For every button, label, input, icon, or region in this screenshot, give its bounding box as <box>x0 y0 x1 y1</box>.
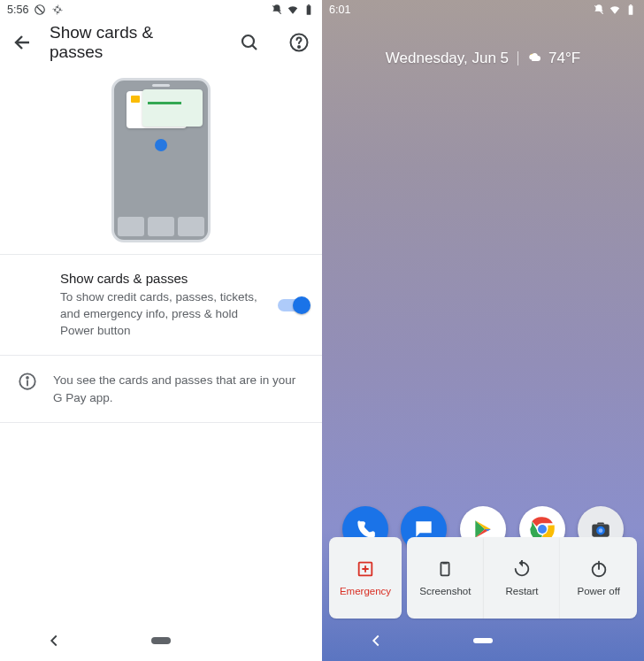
nav-recent[interactable] <box>258 631 278 650</box>
screenshot-icon <box>435 559 455 579</box>
poweroff-button[interactable]: Power off <box>560 537 637 619</box>
battery-icon <box>303 4 315 16</box>
toggle-title: Show cards & passes <box>60 271 304 286</box>
at-a-glance[interactable]: Wednesday, Jun 5 74°F <box>322 50 644 67</box>
mute-icon <box>271 4 283 16</box>
info-text: You see the cards and passes that are in… <box>53 372 304 405</box>
nav-home[interactable] <box>151 631 171 650</box>
do-not-disturb-icon <box>34 4 46 16</box>
info-icon <box>18 372 37 391</box>
svg-point-13 <box>538 525 547 534</box>
svg-rect-18 <box>441 563 449 576</box>
pinwheel-icon <box>51 4 64 16</box>
nav-home[interactable] <box>473 631 493 650</box>
status-bar: 5:56 <box>0 0 322 19</box>
status-bar: 6:01 <box>322 0 644 19</box>
toggle-switch[interactable] <box>278 299 308 311</box>
info-row: You see the cards and passes that are in… <box>0 356 322 422</box>
screenshot-button[interactable]: Screenshot <box>407 537 484 619</box>
svg-point-16 <box>599 528 603 533</box>
nav-recent[interactable] <box>580 631 600 650</box>
back-button[interactable] <box>12 32 34 53</box>
help-button[interactable] <box>288 32 310 53</box>
toggle-row[interactable]: Show cards & passes To show credit cards… <box>0 255 322 356</box>
search-button[interactable] <box>239 32 260 53</box>
mute-icon <box>593 4 605 16</box>
toggle-desc: To show credit cards, passes, tickets, a… <box>60 288 264 339</box>
wifi-icon <box>287 4 299 16</box>
page-title: Show cards & passes <box>50 23 211 62</box>
power-icon <box>589 559 609 579</box>
status-time: 6:01 <box>329 4 350 16</box>
wifi-icon <box>609 4 621 16</box>
weather-icon <box>527 50 543 66</box>
svg-point-5 <box>298 46 300 48</box>
restart-icon <box>512 559 532 579</box>
battery-icon <box>625 4 637 16</box>
temp-text: 74°F <box>548 50 580 67</box>
system-nav <box>322 620 644 661</box>
svg-rect-1 <box>307 5 311 14</box>
app-bar: Show cards & passes <box>0 19 322 65</box>
emergency-button[interactable]: Emergency <box>329 537 402 619</box>
illustration <box>0 65 322 255</box>
svg-point-7 <box>27 377 28 379</box>
power-menu: Emergency Screenshot Restart Power off <box>329 537 637 619</box>
system-nav <box>0 620 322 661</box>
status-time: 5:56 <box>7 4 28 16</box>
nav-back[interactable] <box>366 631 386 650</box>
svg-rect-9 <box>630 4 632 5</box>
svg-rect-2 <box>308 4 310 5</box>
nav-back[interactable] <box>44 631 64 650</box>
date-text: Wednesday, Jun 5 <box>386 50 509 67</box>
svg-rect-8 <box>629 5 633 14</box>
emergency-icon <box>356 559 375 579</box>
restart-button[interactable]: Restart <box>484 537 561 619</box>
